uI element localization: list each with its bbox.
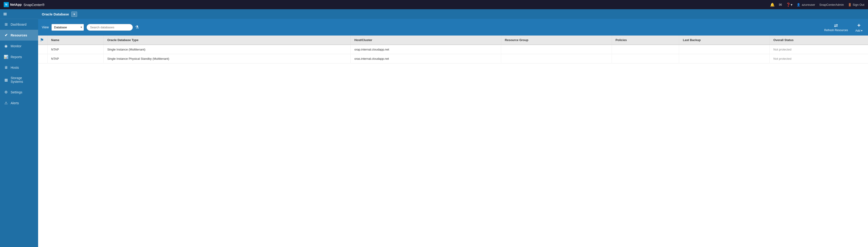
last-backup-cell-1	[679, 54, 770, 63]
table-body: NTAP Single Instance (Multitenant) orap.…	[38, 45, 868, 63]
name-cell-1: NTAP	[48, 54, 103, 63]
view-label: View	[42, 25, 49, 29]
bell-icon[interactable]: 🔔	[770, 3, 775, 7]
sidebar-label-hosts: Hosts	[11, 66, 19, 69]
name-column-header: Name	[48, 36, 103, 45]
signout-button[interactable]: 🚪 Sign Out	[848, 3, 864, 6]
sidebar-item-settings[interactable]: ⚙ Settings	[0, 87, 38, 98]
sidebar-label-monitor: Monitor	[11, 44, 22, 48]
flag-cell-0	[38, 45, 48, 54]
sidebar-item-reports[interactable]: 📊 Reports	[0, 51, 38, 62]
resource-group-cell-0	[501, 45, 612, 54]
sidebar-icon-reports: 📊	[4, 55, 8, 59]
sidebar-label-storage-systems: Storage Systems	[11, 76, 34, 83]
type-cell-0: Single Instance (Multitenant)	[103, 45, 351, 54]
flag-cell-1	[38, 54, 48, 63]
mail-icon[interactable]: ✉	[779, 3, 782, 7]
resource-group-column-header: Resource Group	[501, 36, 612, 45]
sidebar-label-resources: Resources	[11, 33, 27, 37]
sidebar-item-alerts[interactable]: ⚠ Alerts	[0, 98, 38, 108]
netapp-logo: N NetApp	[4, 2, 22, 7]
sidebar-item-monitor[interactable]: ◉ Monitor	[0, 41, 38, 51]
name-cell-0: NTAP	[48, 45, 103, 54]
add-label: Add ▾	[855, 29, 863, 32]
refresh-resources-button[interactable]: ⇄ Refresh Resources	[823, 22, 850, 33]
policies-cell-1	[612, 54, 679, 63]
svg-rect-1	[3, 14, 7, 14]
netapp-logo-icon: N	[4, 2, 9, 7]
flag-header-icon: ⚑	[40, 38, 44, 42]
host-cell-1: oras.internal.cloudapp.net	[351, 54, 501, 63]
sidebar-icon-dashboard: ⊞	[4, 22, 8, 27]
brand-name: NetApp	[10, 3, 22, 6]
svg-rect-2	[3, 15, 7, 15]
policies-cell-0	[612, 45, 679, 54]
sidebar-icon-hosts: 🖥	[4, 66, 8, 70]
sidebar-toggle[interactable]	[0, 9, 38, 19]
table-header: ⚑ Name Oracle Database Type Host/Cluster…	[38, 36, 868, 45]
collapse-icon	[3, 12, 7, 16]
host-cell-0: orap.internal.cloudapp.net	[351, 45, 501, 54]
sidebar-label-settings: Settings	[11, 91, 22, 94]
overall-status-cell-1: Not protected	[770, 54, 868, 63]
add-icon: +	[857, 22, 861, 29]
last-backup-cell-0	[679, 45, 770, 54]
signout-label: Sign Out	[852, 3, 864, 6]
table-row[interactable]: NTAP Single Instance Physical Standby (M…	[38, 54, 868, 63]
header-left: N NetApp SnapCenter®	[4, 2, 44, 7]
view-select-wrapper: Database Instance RAC ▾	[52, 24, 84, 31]
policies-column-header: Policies	[612, 36, 679, 45]
oracle-title: Oracle Database	[42, 12, 69, 16]
username: azureuser	[802, 3, 815, 6]
top-header: N NetApp SnapCenter® 🔔 ✉ ❓▾ 👤 azureuser …	[0, 0, 868, 9]
resources-table: ⚑ Name Oracle Database Type Host/Cluster…	[38, 36, 868, 63]
sidebar-item-hosts[interactable]: 🖥 Hosts	[0, 62, 38, 73]
user-info: 👤 azureuser	[797, 3, 815, 6]
table-wrapper: ⚑ Name Oracle Database Type Host/Cluster…	[38, 36, 868, 247]
oracle-dropdown-button[interactable]: ▾	[71, 11, 77, 17]
view-select[interactable]: Database Instance RAC	[52, 24, 84, 31]
user-icon: 👤	[797, 3, 800, 6]
app-title: SnapCenter®	[24, 3, 44, 7]
sidebar-item-dashboard[interactable]: ⊞ Dashboard	[0, 19, 38, 30]
last-backup-column-header: Last Backup	[679, 36, 770, 45]
flag-column-header: ⚑	[38, 36, 48, 45]
signout-icon: 🚪	[848, 3, 851, 6]
refresh-label: Refresh Resources	[824, 29, 848, 32]
sidebar-label-reports: Reports	[11, 55, 22, 59]
sidebar-icon-monitor: ◉	[4, 44, 8, 48]
overall-status-cell-0: Not protected	[770, 45, 868, 54]
header-row: ⚑ Name Oracle Database Type Host/Cluster…	[38, 36, 868, 45]
toolbar-left: View Database Instance RAC ▾ ⚗	[42, 24, 140, 31]
search-input[interactable]	[87, 24, 133, 31]
main-layout: ⊞ Dashboard ✔ Resources ◉ Monitor 📊 Repo…	[0, 9, 868, 247]
toolbar: View Database Instance RAC ▾ ⚗ ⇄	[38, 19, 868, 36]
oracle-header: Oracle Database ▾	[38, 9, 868, 19]
sidebar-icon-storage-systems: ▦	[4, 78, 8, 82]
content-area: Oracle Database ▾ View Database Instance…	[38, 9, 868, 247]
search-wrapper: ⚗	[87, 24, 140, 31]
role-label: SnapCenterAdmin	[819, 3, 844, 6]
host-column-header: Host/Cluster	[351, 36, 501, 45]
type-cell-1: Single Instance Physical Standby (Multit…	[103, 54, 351, 63]
sidebar: ⊞ Dashboard ✔ Resources ◉ Monitor 📊 Repo…	[0, 9, 38, 247]
sidebar-label-dashboard: Dashboard	[11, 23, 27, 26]
help-icon[interactable]: ❓▾	[786, 3, 793, 7]
filter-button[interactable]: ⚗	[134, 24, 140, 31]
header-right: 🔔 ✉ ❓▾ 👤 azureuser SnapCenterAdmin 🚪 Sig…	[770, 3, 864, 7]
table-row[interactable]: NTAP Single Instance (Multitenant) orap.…	[38, 45, 868, 54]
overall-status-column-header: Overall Status	[770, 36, 868, 45]
sidebar-icon-resources: ✔	[4, 33, 8, 37]
sidebar-icon-alerts: ⚠	[4, 101, 8, 105]
sidebar-item-resources[interactable]: ✔ Resources	[0, 30, 38, 41]
add-button[interactable]: + Add ▾	[854, 21, 864, 33]
resource-group-cell-1	[501, 54, 612, 63]
refresh-icon: ⇄	[834, 23, 838, 28]
type-column-header: Oracle Database Type	[103, 36, 351, 45]
svg-rect-0	[3, 13, 7, 13]
sidebar-icon-settings: ⚙	[4, 90, 8, 94]
role-info: SnapCenterAdmin	[819, 3, 844, 6]
toolbar-right: ⇄ Refresh Resources + Add ▾	[823, 21, 864, 33]
sidebar-nav: ⊞ Dashboard ✔ Resources ◉ Monitor 📊 Repo…	[0, 19, 38, 108]
sidebar-item-storage-systems[interactable]: ▦ Storage Systems	[0, 73, 38, 87]
